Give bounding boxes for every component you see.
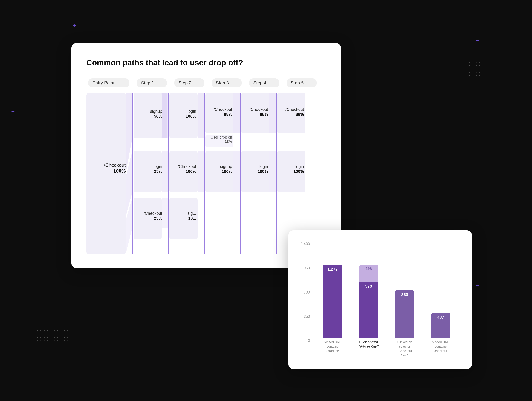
col-header-step4: Step 4 <box>249 78 279 87</box>
bar-2-bottom: 979 <box>359 282 378 338</box>
svg-rect-17 <box>276 93 277 254</box>
svg-rect-10 <box>204 93 205 254</box>
bar-2-bottom-value: 979 <box>365 284 372 289</box>
bar-group-3: 833 <box>395 290 414 338</box>
bar-3-value: 833 <box>401 292 408 297</box>
chart-bars-area: 1,277 298 979 <box>313 242 461 338</box>
y-label-1050: 1,050 <box>300 266 310 270</box>
step1-row2: login 25% <box>136 164 162 174</box>
bar-2-top: 298 <box>359 265 378 282</box>
svg-marker-22 <box>197 151 204 192</box>
svg-rect-14 <box>240 93 241 254</box>
grid-line-bottom <box>313 338 461 338</box>
bar-2-top-value: 298 <box>366 267 372 271</box>
funnel-title: Common paths that lead to user drop off? <box>86 58 326 67</box>
bar-group-1: 1,277 <box>323 265 342 338</box>
svg-marker-1 <box>126 93 132 174</box>
chart-plot: 1,277 298 979 <box>313 242 461 358</box>
step5-row2: login 100% <box>280 164 304 174</box>
bar-1-value: 1,277 <box>328 267 338 272</box>
bar-4-value: 437 <box>437 315 444 320</box>
col-header-entry: Entry Point <box>88 78 129 87</box>
bar-1: 1,277 <box>323 265 342 338</box>
step2-row3: sig... 10... <box>172 211 196 221</box>
grid-line-top <box>313 242 461 242</box>
svg-marker-5 <box>162 93 168 138</box>
cards-container: Common paths that lead to user drop off?… <box>60 32 472 369</box>
step2-row2: /Checkout 100% <box>172 164 196 174</box>
y-label-0: 0 <box>300 338 310 343</box>
y-axis-labels: 1,400 1,050 700 350 0 <box>300 242 310 343</box>
step1-row1: signup 50% <box>136 109 162 119</box>
svg-marker-30 <box>162 198 168 228</box>
svg-marker-26 <box>269 151 276 192</box>
x-label-4: Visited URL contains "checkout" <box>430 340 452 358</box>
x-axis-labels: Visited URL contains "/product/" Click o… <box>313 340 461 358</box>
svg-marker-15 <box>269 93 276 133</box>
col-header-step1: Step 1 <box>137 78 167 87</box>
x-label-3: Clicked on selector "Checkout Now" <box>393 340 416 358</box>
y-label-350: 350 <box>300 314 310 319</box>
col-header-step3: Step 3 <box>212 78 242 87</box>
bar-4: 437 <box>431 313 450 338</box>
step4-row1: /Checkout 88% <box>244 107 268 117</box>
bars-row: 1,277 298 979 <box>313 265 461 338</box>
svg-rect-4 <box>132 93 133 254</box>
step3-row2: signup 100% <box>208 164 232 174</box>
svg-marker-28 <box>126 198 132 254</box>
decorative-cross-4: + <box>11 109 15 115</box>
col-header-step5: Step 5 <box>287 78 317 87</box>
column-headers: Entry Point Step 1 Step 2 Step 3 Step 4 … <box>86 78 326 87</box>
chart-card: 1,400 1,050 700 350 0 <box>288 230 472 369</box>
step2-row1: login 100% <box>172 109 196 119</box>
decorative-cross-2: + <box>476 38 480 43</box>
svg-marker-8 <box>197 93 204 138</box>
svg-marker-18 <box>126 151 132 217</box>
funnel-visualization: /Checkout 100% signup 50% login 100% /Ch… <box>86 93 326 254</box>
step3-dropoff: User drop off 13% <box>208 135 232 144</box>
entry-point-label: /Checkout 100% <box>88 162 126 174</box>
x-label-1: Visited URL contains "/product/" <box>321 340 344 358</box>
decorative-cross-1: + <box>73 22 76 28</box>
bar-2-stack: 298 979 <box>359 265 378 338</box>
bar-3: 833 <box>395 290 414 338</box>
chart-inner-container: 1,400 1,050 700 350 0 <box>300 242 461 358</box>
decorative-cross-3: + <box>476 283 480 289</box>
y-label-700: 700 <box>300 290 310 294</box>
step4-row2: login 100% <box>244 164 268 174</box>
svg-marker-12 <box>234 93 240 133</box>
step5-row1: /Checkout 88% <box>280 107 304 117</box>
col-header-step2: Step 2 <box>174 78 204 87</box>
svg-marker-20 <box>162 151 168 192</box>
svg-rect-7 <box>168 93 169 254</box>
step1-row3: /Checkout 25% <box>136 211 162 221</box>
bar-group-2: 298 979 <box>359 265 378 338</box>
y-label-1400: 1,400 <box>300 242 310 246</box>
bar-group-4: 437 <box>431 313 450 338</box>
svg-marker-24 <box>234 151 240 192</box>
step3-row1: /Checkout 88% <box>208 107 232 117</box>
x-label-2: Click on text "Add to Cart" <box>357 340 380 358</box>
